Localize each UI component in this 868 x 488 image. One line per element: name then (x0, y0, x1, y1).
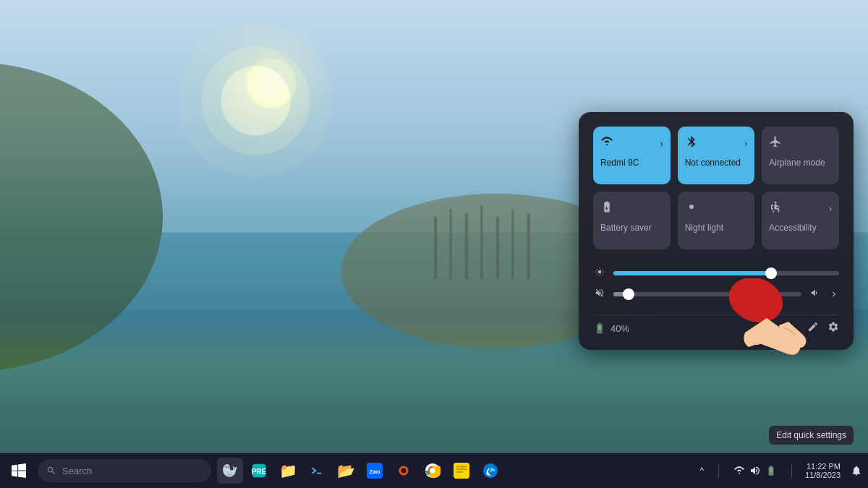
qs-sliders-section (593, 261, 839, 314)
svg-text:PRE: PRE (252, 468, 267, 476)
svg-rect-32 (454, 463, 469, 479)
accessibility-tile-label: Accessibility (769, 223, 816, 233)
taskbar-app-explorer[interactable]: 📁 (275, 458, 301, 484)
taskbar-search[interactable]: Search (38, 459, 211, 482)
battery-saver-tile[interactable]: Battery saver (593, 192, 671, 249)
notification-button[interactable] (851, 465, 862, 476)
clock-divider (791, 463, 792, 478)
files-icon: 📂 (337, 462, 355, 479)
accessibility-icon (769, 200, 782, 217)
airplane-tile[interactable]: Airplane mode (762, 127, 839, 184)
taskbar-app-chrome[interactable] (420, 458, 446, 484)
battery-percent-label: 40% (610, 323, 629, 334)
qs-tiles-grid: › Redmi 9C › Not connected (593, 127, 839, 249)
taskbar-app-manatee[interactable]: 🦭 (217, 458, 243, 484)
taskbar-app-chrome-nightly[interactable]: N (391, 458, 417, 484)
sticky-notes-icon (454, 463, 469, 479)
chrome-nightly-icon: N (396, 463, 412, 479)
svg-point-16 (598, 270, 602, 274)
airplane-tile-label: Airplane mode (769, 158, 825, 168)
svg-rect-37 (770, 468, 773, 472)
zalo-icon: Zalo (367, 463, 383, 479)
battery-status-icon (765, 465, 777, 476)
chrome-icon (425, 463, 441, 479)
devhome-icon: PRE (251, 463, 267, 479)
accessibility-chevron-icon: › (829, 204, 832, 214)
volume-mute-icon (593, 288, 606, 300)
svg-rect-10 (527, 213, 530, 279)
system-tray: ^ 11:22 PM 11/8/2023 (694, 461, 862, 481)
taskbar-app-edge[interactable] (477, 458, 503, 484)
taskbar-app-zalo[interactable]: Zalo (362, 458, 388, 484)
brightness-slider-row (593, 267, 839, 279)
accessibility-tile[interactable]: › Accessibility (762, 192, 839, 249)
svg-rect-8 (496, 217, 499, 279)
airplane-icon (769, 135, 782, 152)
svg-text:Zalo: Zalo (369, 468, 380, 475)
edit-quick-settings-button[interactable] (807, 321, 819, 335)
svg-rect-5 (449, 209, 451, 278)
volume-status-icon (749, 465, 761, 476)
bluetooth-icon (685, 135, 698, 152)
night-light-tile[interactable]: Night light (678, 192, 755, 249)
brightness-slider[interactable] (613, 271, 839, 275)
svg-text:N: N (402, 473, 404, 476)
svg-rect-6 (465, 213, 468, 279)
svg-rect-7 (480, 205, 482, 279)
notification-icon (851, 465, 862, 476)
wifi-tile-label: Redmi 9C (600, 158, 639, 168)
qs-footer: 40% (593, 314, 839, 335)
search-label: Search (62, 466, 92, 476)
svg-rect-34 (456, 468, 467, 470)
bluetooth-tile-label: Not connected (685, 158, 741, 168)
taskbar-clock[interactable]: 11:22 PM 11/8/2023 (801, 461, 845, 481)
battery-saver-tile-label: Battery saver (600, 223, 652, 233)
svg-point-15 (775, 202, 777, 204)
svg-rect-35 (456, 471, 463, 473)
svg-point-13 (178, 23, 333, 178)
night-light-tile-label: Night light (685, 223, 723, 233)
night-light-icon (685, 200, 698, 217)
svg-rect-9 (511, 209, 514, 278)
manatee-icon: 🦭 (222, 463, 238, 479)
bluetooth-chevron-icon: › (744, 139, 747, 149)
svg-rect-17 (598, 325, 602, 330)
volume-more-button[interactable] (829, 289, 839, 299)
windows-logo-icon (12, 463, 26, 478)
clock-date: 11/8/2023 (805, 471, 841, 479)
battery-icon (593, 322, 606, 335)
wifi-status-icon (733, 465, 745, 476)
volume-slider-row (593, 288, 839, 300)
edge-icon (482, 463, 498, 479)
quick-settings-panel: › Redmi 9C › Not connected (579, 112, 854, 350)
bluetooth-tile[interactable]: › Not connected (678, 127, 755, 184)
brightness-icon (593, 267, 606, 279)
svg-rect-4 (434, 217, 437, 279)
explorer-icon: 📁 (279, 462, 297, 479)
battery-saver-icon (600, 200, 613, 217)
start-button[interactable] (6, 458, 32, 484)
clock-time: 11:22 PM (807, 462, 841, 471)
tray-chevron-icon: ^ (699, 466, 704, 476)
volume-max-icon (809, 288, 822, 300)
settings-button[interactable] (827, 321, 839, 335)
taskbar-app-editor[interactable] (304, 458, 330, 484)
search-icon (46, 466, 56, 476)
taskbar-app-sticky[interactable] (448, 458, 475, 484)
wifi-tile[interactable]: › Redmi 9C (593, 127, 671, 184)
svg-rect-21 (309, 463, 325, 479)
wifi-icon (600, 135, 613, 152)
svg-point-31 (430, 468, 435, 473)
tray-overflow[interactable]: ^ (694, 463, 710, 479)
tray-divider (718, 463, 719, 478)
battery-status: 40% (593, 322, 629, 335)
qs-footer-actions (807, 321, 839, 335)
taskbar: Search 🦭 PRE 📁 📂 Zalo N (0, 453, 868, 488)
svg-rect-33 (456, 466, 467, 468)
taskbar-app-files[interactable]: 📂 (333, 458, 359, 484)
svg-point-14 (689, 205, 694, 209)
volume-slider[interactable] (613, 292, 801, 296)
quick-access-icons[interactable] (728, 462, 783, 479)
taskbar-app-devhome[interactable]: PRE (246, 458, 272, 484)
wifi-chevron-icon: › (660, 139, 663, 149)
